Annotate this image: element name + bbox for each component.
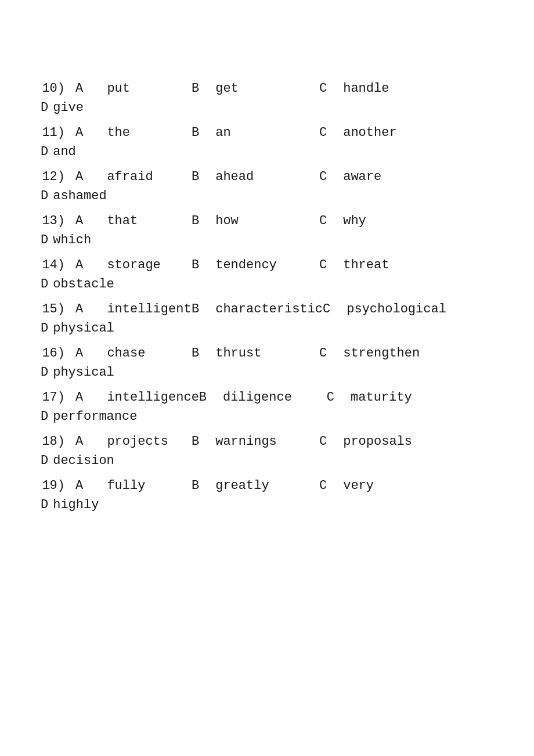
opt-c-text: strengthen	[335, 346, 420, 361]
option-a: A projects	[75, 434, 192, 449]
opt-d-label: D	[41, 321, 48, 336]
question-block: 19)A fullyB greatlyC veryDhighly	[35, 478, 499, 512]
question-bottom-row: Dgive	[35, 100, 499, 115]
opt-d-label: D	[41, 453, 48, 468]
opt-c-label: C	[319, 170, 335, 184]
opt-a-text: projects	[92, 434, 168, 449]
opt-a-text: intelligent	[92, 302, 192, 316]
opt-b-label: B	[192, 302, 208, 316]
question-top-row: 12)A afraidB aheadC aware	[35, 170, 499, 184]
option-c: C very	[319, 478, 412, 493]
opt-c-text: psychological	[339, 302, 446, 316]
option-d: Dphysical	[35, 365, 114, 380]
option-a: A fully	[75, 478, 192, 493]
question-bottom-row: Dperformance	[35, 409, 499, 424]
option-d: Dgive	[35, 100, 84, 115]
question-top-row: 10)A putB getC handle	[35, 81, 499, 96]
option-c: C handle	[319, 81, 412, 96]
opt-d-label: D	[41, 100, 48, 115]
question-bottom-row: Ddecision	[35, 453, 499, 468]
option-c: C why	[319, 214, 412, 228]
question-top-row: 19)A fullyB greatlyC very	[35, 478, 499, 493]
opt-b-label: B	[192, 346, 208, 361]
opt-a-text: the	[92, 125, 130, 140]
opt-a-text: storage	[92, 258, 161, 272]
option-a: A intelligent	[75, 302, 192, 316]
opt-d-text: ashamed	[53, 189, 106, 203]
option-b: B an	[192, 125, 319, 140]
question-number: 17)	[35, 390, 75, 405]
opt-d-text: obstacle	[53, 277, 114, 291]
opt-b-label: B	[192, 125, 208, 140]
opt-a-text: fully	[92, 478, 145, 493]
opt-b-label: B	[192, 81, 208, 96]
opt-d-label: D	[41, 277, 48, 291]
question-block: 13)A thatB howC whyDwhich	[35, 214, 499, 247]
opt-c-label: C	[319, 478, 335, 493]
question-bottom-row: Dphysical	[35, 365, 499, 380]
opt-c-label: C	[319, 346, 335, 361]
option-d: Dashamed	[35, 189, 107, 203]
question-block: 11)A theB anC anotherDand	[35, 125, 499, 159]
opt-d-text: and	[53, 145, 76, 159]
question-bottom-row: Dphysical	[35, 321, 499, 336]
question-number: 19)	[35, 478, 75, 493]
opt-a-text: chase	[92, 346, 145, 361]
option-d: Dhighly	[35, 498, 99, 512]
opt-b-label: B	[192, 258, 208, 272]
opt-c-text: why	[335, 214, 366, 228]
question-number: 15)	[35, 302, 75, 316]
opt-c-label: C	[319, 125, 335, 140]
opt-a-label: A	[75, 346, 92, 361]
opt-c-text: threat	[335, 258, 389, 272]
opt-b-text: an	[208, 125, 231, 140]
opt-b-text: thrust	[208, 346, 261, 361]
option-b: B tendency	[192, 258, 319, 272]
option-c: C proposals	[319, 434, 412, 449]
option-c: C aware	[319, 170, 412, 184]
opt-c-text: handle	[335, 81, 389, 96]
option-b: B diligence	[199, 390, 327, 405]
question-block: 12)A afraidB aheadC awareDashamed	[35, 170, 499, 203]
opt-d-label: D	[41, 145, 48, 159]
opt-a-label: A	[75, 214, 92, 228]
option-a: A put	[75, 81, 192, 96]
option-d: Dphysical	[35, 321, 114, 336]
opt-c-text: maturity	[343, 390, 412, 405]
opt-b-text: tendency	[208, 258, 277, 272]
option-c: C threat	[319, 258, 412, 272]
opt-c-text: aware	[335, 170, 381, 184]
opt-b-text: how	[208, 214, 239, 228]
question-block: 16)A chaseB thrustC strengthenDphysical	[35, 346, 499, 380]
opt-c-label: C	[319, 258, 335, 272]
option-c: C strengthen	[319, 346, 420, 361]
opt-b-text: warnings	[208, 434, 277, 449]
opt-a-label: A	[75, 258, 92, 272]
option-a: A afraid	[75, 170, 192, 184]
option-c: C another	[319, 125, 412, 140]
question-top-row: 14)A storageB tendencyC threat	[35, 258, 499, 272]
opt-a-label: A	[75, 125, 92, 140]
question-number: 14)	[35, 258, 75, 272]
option-b: B how	[192, 214, 319, 228]
opt-a-label: A	[75, 170, 92, 184]
opt-b-text: greatly	[208, 478, 269, 493]
opt-c-text: proposals	[335, 434, 412, 449]
opt-d-text: physical	[53, 321, 114, 336]
question-block: 18)A projectsB warningsC proposalsDdecis…	[35, 434, 499, 468]
question-top-row: 11)A theB anC another	[35, 125, 499, 140]
question-number: 10)	[35, 81, 75, 96]
question-block: 14)A storageB tendencyC threatDobstacle	[35, 258, 499, 291]
opt-b-text: diligence	[215, 390, 292, 405]
option-b: B warnings	[192, 434, 319, 449]
option-a: A intelligence	[75, 390, 199, 405]
opt-b-label: B	[199, 390, 215, 405]
option-a: A storage	[75, 258, 192, 272]
question-number: 13)	[35, 214, 75, 228]
opt-a-label: A	[75, 478, 92, 493]
opt-d-text: give	[53, 100, 84, 115]
opt-a-label: A	[75, 302, 92, 316]
opt-a-text: that	[92, 214, 138, 228]
option-d: Dand	[35, 145, 76, 159]
question-number: 16)	[35, 346, 75, 361]
